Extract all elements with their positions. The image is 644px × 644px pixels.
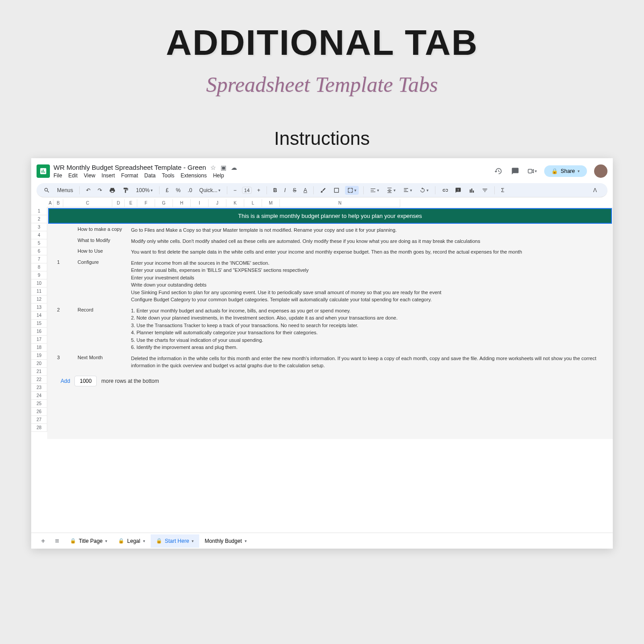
rotate-button[interactable]: ▾: [418, 186, 431, 194]
menu-tools[interactable]: Tools: [162, 172, 174, 179]
collapse-chevron-icon[interactable]: ᐱ: [591, 186, 599, 194]
col-header[interactable]: D: [112, 199, 125, 207]
font-plus[interactable]: +: [255, 186, 262, 194]
row-header[interactable]: 9: [31, 271, 47, 279]
bold-button[interactable]: B: [271, 186, 279, 194]
col-header[interactable]: N: [280, 199, 400, 207]
chevron-down-icon[interactable]: ▾: [245, 539, 247, 543]
menu-help[interactable]: Help: [213, 172, 224, 179]
menu-data[interactable]: Data: [144, 172, 156, 179]
zoom-select[interactable]: 100% ▾: [134, 186, 155, 194]
comment-icon[interactable]: [510, 166, 520, 176]
col-header[interactable]: M: [262, 199, 280, 207]
add-rows-input[interactable]: [74, 376, 97, 386]
cloud-icon[interactable]: ☁: [231, 164, 237, 171]
menu-extensions[interactable]: Extensions: [180, 172, 207, 179]
row-header[interactable]: 19: [31, 352, 47, 360]
menu-insert[interactable]: Insert: [102, 172, 115, 179]
sheets-logo-icon[interactable]: [37, 164, 50, 178]
row-header[interactable]: 10: [31, 279, 47, 287]
row-header[interactable]: 13: [31, 304, 47, 312]
row-header[interactable]: 24: [31, 392, 47, 400]
strike-button[interactable]: S: [291, 186, 298, 194]
menu-format[interactable]: Format: [121, 172, 138, 179]
decimal-button[interactable]: .0: [186, 186, 194, 194]
menus-label[interactable]: Menus: [55, 186, 75, 194]
format-quick[interactable]: Quick... ▾: [197, 186, 222, 194]
font-size-input[interactable]: 14: [242, 187, 252, 194]
col-header[interactable]: C: [63, 199, 112, 207]
chart-button[interactable]: [467, 186, 476, 194]
history-icon[interactable]: [493, 166, 503, 176]
col-header[interactable]: I: [191, 199, 209, 207]
star-icon[interactable]: ☆: [210, 164, 216, 171]
row-header[interactable]: 11: [31, 287, 47, 295]
folder-icon[interactable]: ▣: [221, 164, 226, 171]
row-header[interactable]: 6: [31, 247, 47, 255]
row-header[interactable]: 14: [31, 312, 47, 320]
redo-icon[interactable]: ↷: [96, 186, 104, 194]
chevron-down-icon[interactable]: ▾: [105, 539, 107, 543]
row-header[interactable]: 21: [31, 368, 47, 376]
col-header[interactable]: H: [173, 199, 191, 207]
col-header[interactable]: L: [244, 199, 262, 207]
undo-icon[interactable]: ↶: [84, 186, 92, 194]
currency-button[interactable]: £: [164, 186, 171, 194]
col-header[interactable]: G: [155, 199, 173, 207]
col-header[interactable]: E: [125, 199, 137, 207]
row-header[interactable]: 26: [31, 408, 47, 416]
share-button[interactable]: 🔒 Share ▾: [544, 165, 587, 177]
menu-view[interactable]: View: [84, 172, 95, 179]
row-header[interactable]: 16: [31, 328, 47, 336]
functions-button[interactable]: Σ: [499, 186, 506, 194]
add-rows-button[interactable]: Add: [61, 378, 70, 384]
row-header[interactable]: 25: [31, 400, 47, 408]
row-header[interactable]: 3: [31, 223, 47, 231]
meet-icon[interactable]: ▾: [527, 166, 537, 176]
sheet-tab[interactable]: 🔒Title Page▾: [65, 534, 113, 548]
borders-button[interactable]: [332, 186, 341, 194]
row-header[interactable]: 12: [31, 295, 47, 304]
sheet-tab[interactable]: 🔒Start Here▾: [151, 534, 200, 548]
font-minus[interactable]: −: [232, 186, 238, 194]
row-header[interactable]: 20: [31, 360, 47, 368]
col-header[interactable]: F: [137, 199, 155, 207]
row-header[interactable]: 7: [31, 255, 47, 263]
chevron-down-icon[interactable]: ▾: [192, 539, 194, 543]
row-header[interactable]: 1: [31, 207, 47, 215]
all-sheets-button[interactable]: ≡: [50, 534, 63, 548]
col-header[interactable]: B: [53, 199, 63, 207]
percent-button[interactable]: %: [174, 186, 182, 194]
row-header[interactable]: 15: [31, 320, 47, 328]
row-header[interactable]: 27: [31, 416, 47, 424]
search-icon[interactable]: [42, 186, 52, 194]
col-header[interactable]: J: [209, 199, 226, 207]
row-header[interactable]: 17: [31, 336, 47, 344]
menu-file[interactable]: File: [53, 172, 62, 179]
row-header[interactable]: 4: [31, 231, 47, 239]
chevron-down-icon[interactable]: ▾: [143, 539, 145, 543]
document-title[interactable]: WR Monthly Budget Spreadsheet Template -…: [53, 164, 206, 171]
fill-color-button[interactable]: [318, 186, 328, 194]
add-sheet-button[interactable]: +: [37, 534, 49, 548]
halign-button[interactable]: ▾: [368, 186, 381, 194]
row-header[interactable]: 28: [31, 424, 47, 432]
filter-button[interactable]: [480, 186, 490, 194]
comment-add-button[interactable]: [453, 186, 463, 194]
wrap-button[interactable]: ▾: [401, 186, 414, 194]
row-header[interactable]: 22: [31, 376, 47, 384]
italic-button[interactable]: I: [283, 186, 287, 194]
text-color-button[interactable]: A: [302, 186, 309, 194]
menu-edit[interactable]: Edit: [68, 172, 78, 179]
col-header[interactable]: A: [47, 199, 53, 207]
row-header[interactable]: 2: [31, 215, 47, 223]
row-header[interactable]: 5: [31, 239, 47, 247]
print-icon[interactable]: [107, 186, 117, 194]
sheet-tab[interactable]: Monthly Budget▾: [199, 534, 252, 548]
row-header[interactable]: 23: [31, 384, 47, 392]
avatar[interactable]: [594, 164, 607, 178]
col-header[interactable]: K: [226, 199, 244, 207]
paint-format-icon[interactable]: [121, 186, 131, 194]
row-header[interactable]: 8: [31, 263, 47, 271]
row-header[interactable]: 18: [31, 344, 47, 352]
